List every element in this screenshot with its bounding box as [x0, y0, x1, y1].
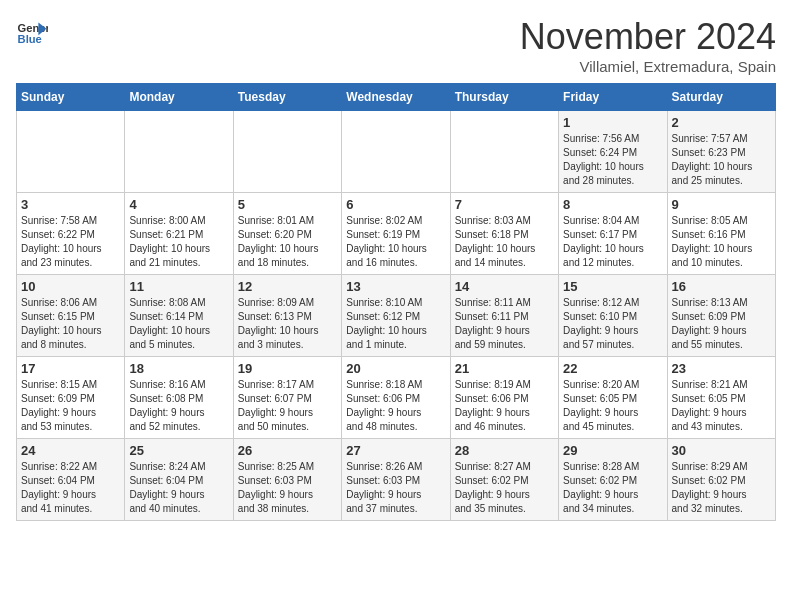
day-cell: 12Sunrise: 8:09 AM Sunset: 6:13 PM Dayli… — [233, 275, 341, 357]
day-info: Sunrise: 8:20 AM Sunset: 6:05 PM Dayligh… — [563, 378, 662, 434]
day-cell: 18Sunrise: 8:16 AM Sunset: 6:08 PM Dayli… — [125, 357, 233, 439]
day-cell: 8Sunrise: 8:04 AM Sunset: 6:17 PM Daylig… — [559, 193, 667, 275]
day-number: 8 — [563, 197, 662, 212]
day-cell: 28Sunrise: 8:27 AM Sunset: 6:02 PM Dayli… — [450, 439, 558, 521]
day-cell: 29Sunrise: 8:28 AM Sunset: 6:02 PM Dayli… — [559, 439, 667, 521]
svg-text:Blue: Blue — [18, 33, 42, 45]
day-cell: 21Sunrise: 8:19 AM Sunset: 6:06 PM Dayli… — [450, 357, 558, 439]
header: General Blue November 2024 Villamiel, Ex… — [16, 16, 776, 75]
day-number: 30 — [672, 443, 771, 458]
day-info: Sunrise: 8:26 AM Sunset: 6:03 PM Dayligh… — [346, 460, 445, 516]
day-cell: 19Sunrise: 8:17 AM Sunset: 6:07 PM Dayli… — [233, 357, 341, 439]
day-number: 22 — [563, 361, 662, 376]
day-info: Sunrise: 7:57 AM Sunset: 6:23 PM Dayligh… — [672, 132, 771, 188]
day-cell: 23Sunrise: 8:21 AM Sunset: 6:05 PM Dayli… — [667, 357, 775, 439]
day-cell: 15Sunrise: 8:12 AM Sunset: 6:10 PM Dayli… — [559, 275, 667, 357]
day-info: Sunrise: 8:15 AM Sunset: 6:09 PM Dayligh… — [21, 378, 120, 434]
day-cell — [233, 111, 341, 193]
day-number: 9 — [672, 197, 771, 212]
day-info: Sunrise: 7:56 AM Sunset: 6:24 PM Dayligh… — [563, 132, 662, 188]
day-info: Sunrise: 8:28 AM Sunset: 6:02 PM Dayligh… — [563, 460, 662, 516]
day-cell: 11Sunrise: 8:08 AM Sunset: 6:14 PM Dayli… — [125, 275, 233, 357]
calendar-table: SundayMondayTuesdayWednesdayThursdayFrid… — [16, 83, 776, 521]
day-cell: 17Sunrise: 8:15 AM Sunset: 6:09 PM Dayli… — [17, 357, 125, 439]
day-cell: 24Sunrise: 8:22 AM Sunset: 6:04 PM Dayli… — [17, 439, 125, 521]
day-cell: 20Sunrise: 8:18 AM Sunset: 6:06 PM Dayli… — [342, 357, 450, 439]
day-info: Sunrise: 8:17 AM Sunset: 6:07 PM Dayligh… — [238, 378, 337, 434]
day-number: 6 — [346, 197, 445, 212]
day-cell: 10Sunrise: 8:06 AM Sunset: 6:15 PM Dayli… — [17, 275, 125, 357]
day-cell: 1Sunrise: 7:56 AM Sunset: 6:24 PM Daylig… — [559, 111, 667, 193]
day-info: Sunrise: 8:27 AM Sunset: 6:02 PM Dayligh… — [455, 460, 554, 516]
day-cell: 16Sunrise: 8:13 AM Sunset: 6:09 PM Dayli… — [667, 275, 775, 357]
logo: General Blue — [16, 16, 48, 48]
day-info: Sunrise: 8:25 AM Sunset: 6:03 PM Dayligh… — [238, 460, 337, 516]
week-row-5: 24Sunrise: 8:22 AM Sunset: 6:04 PM Dayli… — [17, 439, 776, 521]
day-number: 25 — [129, 443, 228, 458]
day-info: Sunrise: 8:21 AM Sunset: 6:05 PM Dayligh… — [672, 378, 771, 434]
day-number: 11 — [129, 279, 228, 294]
day-info: Sunrise: 8:00 AM Sunset: 6:21 PM Dayligh… — [129, 214, 228, 270]
day-info: Sunrise: 8:24 AM Sunset: 6:04 PM Dayligh… — [129, 460, 228, 516]
day-number: 15 — [563, 279, 662, 294]
month-title: November 2024 — [520, 16, 776, 58]
day-cell — [450, 111, 558, 193]
day-info: Sunrise: 8:06 AM Sunset: 6:15 PM Dayligh… — [21, 296, 120, 352]
day-number: 17 — [21, 361, 120, 376]
day-number: 7 — [455, 197, 554, 212]
day-cell: 30Sunrise: 8:29 AM Sunset: 6:02 PM Dayli… — [667, 439, 775, 521]
day-number: 24 — [21, 443, 120, 458]
day-number: 29 — [563, 443, 662, 458]
day-number: 10 — [21, 279, 120, 294]
day-number: 21 — [455, 361, 554, 376]
day-info: Sunrise: 8:09 AM Sunset: 6:13 PM Dayligh… — [238, 296, 337, 352]
day-cell: 2Sunrise: 7:57 AM Sunset: 6:23 PM Daylig… — [667, 111, 775, 193]
day-number: 20 — [346, 361, 445, 376]
weekday-header-saturday: Saturday — [667, 84, 775, 111]
day-cell: 26Sunrise: 8:25 AM Sunset: 6:03 PM Dayli… — [233, 439, 341, 521]
day-cell: 13Sunrise: 8:10 AM Sunset: 6:12 PM Dayli… — [342, 275, 450, 357]
day-info: Sunrise: 8:18 AM Sunset: 6:06 PM Dayligh… — [346, 378, 445, 434]
day-info: Sunrise: 8:04 AM Sunset: 6:17 PM Dayligh… — [563, 214, 662, 270]
week-row-1: 1Sunrise: 7:56 AM Sunset: 6:24 PM Daylig… — [17, 111, 776, 193]
day-info: Sunrise: 8:02 AM Sunset: 6:19 PM Dayligh… — [346, 214, 445, 270]
day-number: 27 — [346, 443, 445, 458]
weekday-header-sunday: Sunday — [17, 84, 125, 111]
day-number: 3 — [21, 197, 120, 212]
day-cell: 14Sunrise: 8:11 AM Sunset: 6:11 PM Dayli… — [450, 275, 558, 357]
day-info: Sunrise: 8:08 AM Sunset: 6:14 PM Dayligh… — [129, 296, 228, 352]
day-info: Sunrise: 8:10 AM Sunset: 6:12 PM Dayligh… — [346, 296, 445, 352]
weekday-header-row: SundayMondayTuesdayWednesdayThursdayFrid… — [17, 84, 776, 111]
day-number: 2 — [672, 115, 771, 130]
day-cell: 27Sunrise: 8:26 AM Sunset: 6:03 PM Dayli… — [342, 439, 450, 521]
day-cell: 9Sunrise: 8:05 AM Sunset: 6:16 PM Daylig… — [667, 193, 775, 275]
day-info: Sunrise: 8:05 AM Sunset: 6:16 PM Dayligh… — [672, 214, 771, 270]
day-number: 14 — [455, 279, 554, 294]
day-number: 12 — [238, 279, 337, 294]
day-number: 5 — [238, 197, 337, 212]
weekday-header-thursday: Thursday — [450, 84, 558, 111]
day-number: 1 — [563, 115, 662, 130]
day-number: 23 — [672, 361, 771, 376]
day-cell: 22Sunrise: 8:20 AM Sunset: 6:05 PM Dayli… — [559, 357, 667, 439]
day-number: 16 — [672, 279, 771, 294]
week-row-4: 17Sunrise: 8:15 AM Sunset: 6:09 PM Dayli… — [17, 357, 776, 439]
day-number: 19 — [238, 361, 337, 376]
day-cell — [125, 111, 233, 193]
day-cell: 25Sunrise: 8:24 AM Sunset: 6:04 PM Dayli… — [125, 439, 233, 521]
day-number: 13 — [346, 279, 445, 294]
day-number: 18 — [129, 361, 228, 376]
day-number: 26 — [238, 443, 337, 458]
day-cell: 3Sunrise: 7:58 AM Sunset: 6:22 PM Daylig… — [17, 193, 125, 275]
day-info: Sunrise: 8:16 AM Sunset: 6:08 PM Dayligh… — [129, 378, 228, 434]
day-info: Sunrise: 8:11 AM Sunset: 6:11 PM Dayligh… — [455, 296, 554, 352]
day-number: 4 — [129, 197, 228, 212]
day-info: Sunrise: 8:12 AM Sunset: 6:10 PM Dayligh… — [563, 296, 662, 352]
day-info: Sunrise: 8:13 AM Sunset: 6:09 PM Dayligh… — [672, 296, 771, 352]
week-row-2: 3Sunrise: 7:58 AM Sunset: 6:22 PM Daylig… — [17, 193, 776, 275]
weekday-header-monday: Monday — [125, 84, 233, 111]
day-info: Sunrise: 8:19 AM Sunset: 6:06 PM Dayligh… — [455, 378, 554, 434]
day-cell: 5Sunrise: 8:01 AM Sunset: 6:20 PM Daylig… — [233, 193, 341, 275]
weekday-header-friday: Friday — [559, 84, 667, 111]
weekday-header-wednesday: Wednesday — [342, 84, 450, 111]
